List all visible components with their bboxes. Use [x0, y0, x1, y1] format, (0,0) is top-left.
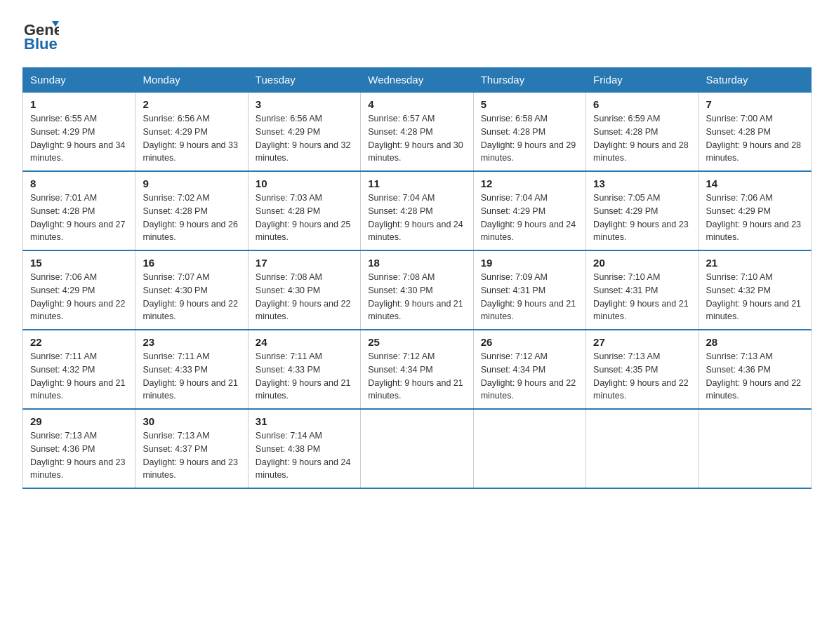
day-info: Sunrise: 7:06 AMSunset: 4:29 PMDaylight:…: [30, 272, 126, 321]
calendar-day-cell: 21 Sunrise: 7:10 AMSunset: 4:32 PMDaylig…: [699, 250, 811, 330]
day-number: 6: [593, 98, 691, 110]
day-number: 10: [256, 177, 353, 189]
day-of-week-header: Wednesday: [361, 68, 473, 93]
day-number: 21: [706, 257, 804, 269]
calendar-day-cell: 29 Sunrise: 7:13 AMSunset: 4:36 PMDaylig…: [23, 409, 135, 488]
calendar-day-cell: 18 Sunrise: 7:08 AMSunset: 4:30 PMDaylig…: [361, 250, 473, 330]
day-number: 4: [368, 98, 465, 110]
day-of-week-header: Saturday: [699, 68, 811, 93]
day-info: Sunrise: 7:06 AMSunset: 4:29 PMDaylight:…: [706, 193, 802, 242]
calendar-day-cell: 27 Sunrise: 7:13 AMSunset: 4:35 PMDaylig…: [586, 330, 699, 409]
day-number: 11: [368, 177, 465, 189]
day-info: Sunrise: 7:12 AMSunset: 4:34 PMDaylight:…: [368, 351, 463, 401]
day-number: 1: [30, 98, 128, 110]
day-info: Sunrise: 6:57 AMSunset: 4:28 PMDaylight:…: [368, 114, 463, 163]
day-number: 23: [143, 336, 240, 348]
calendar-week-row: 8 Sunrise: 7:01 AMSunset: 4:28 PMDayligh…: [23, 171, 812, 250]
day-info: Sunrise: 7:07 AMSunset: 4:30 PMDaylight:…: [143, 272, 238, 321]
day-info: Sunrise: 6:59 AMSunset: 4:28 PMDaylight:…: [593, 114, 689, 163]
day-info: Sunrise: 6:58 AMSunset: 4:28 PMDaylight:…: [481, 114, 576, 163]
day-number: 7: [706, 98, 804, 110]
calendar-day-cell: 3 Sunrise: 6:56 AMSunset: 4:29 PMDayligh…: [248, 92, 360, 171]
calendar-day-cell: 7 Sunrise: 7:00 AMSunset: 4:28 PMDayligh…: [699, 92, 811, 171]
calendar-day-cell: 4 Sunrise: 6:57 AMSunset: 4:28 PMDayligh…: [361, 92, 473, 171]
day-number: 13: [593, 177, 691, 189]
day-info: Sunrise: 7:08 AMSunset: 4:30 PMDaylight:…: [368, 272, 463, 321]
day-number: 18: [368, 257, 465, 269]
calendar-week-row: 22 Sunrise: 7:11 AMSunset: 4:32 PMDaylig…: [23, 330, 812, 409]
day-info: Sunrise: 7:10 AMSunset: 4:32 PMDaylight:…: [706, 272, 802, 321]
day-number: 9: [143, 177, 240, 189]
day-info: Sunrise: 6:55 AMSunset: 4:29 PMDaylight:…: [30, 114, 126, 163]
calendar-day-cell: 9 Sunrise: 7:02 AMSunset: 4:28 PMDayligh…: [135, 171, 248, 250]
day-of-week-header: Sunday: [23, 68, 135, 93]
svg-text:Blue: Blue: [24, 35, 58, 53]
day-number: 22: [30, 336, 128, 348]
day-number: 16: [143, 257, 240, 269]
day-number: 26: [481, 336, 578, 348]
day-number: 17: [256, 257, 353, 269]
day-info: Sunrise: 7:08 AMSunset: 4:30 PMDaylight:…: [256, 272, 351, 321]
calendar-week-row: 29 Sunrise: 7:13 AMSunset: 4:36 PMDaylig…: [23, 409, 812, 488]
day-info: Sunrise: 6:56 AMSunset: 4:29 PMDaylight:…: [143, 114, 238, 163]
calendar-day-cell: [361, 409, 473, 488]
day-number: 12: [481, 177, 578, 189]
day-info: Sunrise: 7:10 AMSunset: 4:31 PMDaylight:…: [593, 272, 689, 321]
calendar-day-cell: 26 Sunrise: 7:12 AMSunset: 4:34 PMDaylig…: [473, 330, 585, 409]
day-info: Sunrise: 7:11 AMSunset: 4:33 PMDaylight:…: [143, 351, 238, 401]
calendar-day-cell: 24 Sunrise: 7:11 AMSunset: 4:33 PMDaylig…: [248, 330, 360, 409]
day-number: 19: [481, 257, 578, 269]
day-info: Sunrise: 7:13 AMSunset: 4:36 PMDaylight:…: [30, 431, 126, 480]
day-info: Sunrise: 7:01 AMSunset: 4:28 PMDaylight:…: [30, 193, 126, 242]
day-number: 14: [706, 177, 804, 189]
day-number: 27: [593, 336, 691, 348]
day-of-week-header: Friday: [586, 68, 699, 93]
calendar-day-cell: 17 Sunrise: 7:08 AMSunset: 4:30 PMDaylig…: [248, 250, 360, 330]
day-info: Sunrise: 7:02 AMSunset: 4:28 PMDaylight:…: [143, 193, 238, 242]
calendar-day-cell: 20 Sunrise: 7:10 AMSunset: 4:31 PMDaylig…: [586, 250, 699, 330]
day-of-week-header: Thursday: [473, 68, 585, 93]
calendar-day-cell: 6 Sunrise: 6:59 AMSunset: 4:28 PMDayligh…: [586, 92, 699, 171]
day-number: 3: [256, 98, 353, 110]
calendar-week-row: 15 Sunrise: 7:06 AMSunset: 4:29 PMDaylig…: [23, 250, 812, 330]
calendar-day-cell: 28 Sunrise: 7:13 AMSunset: 4:36 PMDaylig…: [699, 330, 811, 409]
calendar-day-cell: 16 Sunrise: 7:07 AMSunset: 4:30 PMDaylig…: [135, 250, 248, 330]
calendar-week-row: 1 Sunrise: 6:55 AMSunset: 4:29 PMDayligh…: [23, 92, 812, 171]
calendar-day-cell: 5 Sunrise: 6:58 AMSunset: 4:28 PMDayligh…: [473, 92, 585, 171]
calendar-day-cell: 30 Sunrise: 7:13 AMSunset: 4:37 PMDaylig…: [135, 409, 248, 488]
calendar-day-cell: 23 Sunrise: 7:11 AMSunset: 4:33 PMDaylig…: [135, 330, 248, 409]
day-number: 25: [368, 336, 465, 348]
day-of-week-header: Monday: [135, 68, 248, 93]
day-info: Sunrise: 7:05 AMSunset: 4:29 PMDaylight:…: [593, 193, 689, 242]
logo-icon: General Blue: [22, 17, 59, 53]
calendar-day-cell: 31 Sunrise: 7:14 AMSunset: 4:38 PMDaylig…: [248, 409, 360, 488]
page-header: General Blue: [22, 17, 812, 53]
day-info: Sunrise: 7:13 AMSunset: 4:36 PMDaylight:…: [706, 351, 802, 401]
calendar-day-cell: 8 Sunrise: 7:01 AMSunset: 4:28 PMDayligh…: [23, 171, 135, 250]
day-number: 2: [143, 98, 240, 110]
calendar-day-cell: [473, 409, 585, 488]
calendar-day-cell: 1 Sunrise: 6:55 AMSunset: 4:29 PMDayligh…: [23, 92, 135, 171]
day-number: 28: [706, 336, 804, 348]
day-number: 20: [593, 257, 691, 269]
day-number: 15: [30, 257, 128, 269]
day-info: Sunrise: 7:13 AMSunset: 4:37 PMDaylight:…: [143, 431, 238, 480]
calendar-day-cell: 12 Sunrise: 7:04 AMSunset: 4:29 PMDaylig…: [473, 171, 585, 250]
day-info: Sunrise: 6:56 AMSunset: 4:29 PMDaylight:…: [256, 114, 351, 163]
calendar-day-cell: 25 Sunrise: 7:12 AMSunset: 4:34 PMDaylig…: [361, 330, 473, 409]
day-number: 29: [30, 415, 128, 427]
day-info: Sunrise: 7:11 AMSunset: 4:32 PMDaylight:…: [30, 351, 126, 401]
calendar-day-cell: 22 Sunrise: 7:11 AMSunset: 4:32 PMDaylig…: [23, 330, 135, 409]
day-number: 24: [256, 336, 353, 348]
day-number: 30: [143, 415, 240, 427]
day-info: Sunrise: 7:14 AMSunset: 4:38 PMDaylight:…: [256, 431, 351, 480]
day-info: Sunrise: 7:11 AMSunset: 4:33 PMDaylight:…: [256, 351, 351, 401]
day-info: Sunrise: 7:00 AMSunset: 4:28 PMDaylight:…: [706, 114, 802, 163]
calendar-day-cell: 10 Sunrise: 7:03 AMSunset: 4:28 PMDaylig…: [248, 171, 360, 250]
calendar-day-cell: 2 Sunrise: 6:56 AMSunset: 4:29 PMDayligh…: [135, 92, 248, 171]
day-number: 31: [256, 415, 353, 427]
day-info: Sunrise: 7:04 AMSunset: 4:28 PMDaylight:…: [368, 193, 463, 242]
day-info: Sunrise: 7:12 AMSunset: 4:34 PMDaylight:…: [481, 351, 576, 401]
calendar-table: SundayMondayTuesdayWednesdayThursdayFrid…: [22, 67, 812, 489]
day-number: 5: [481, 98, 578, 110]
